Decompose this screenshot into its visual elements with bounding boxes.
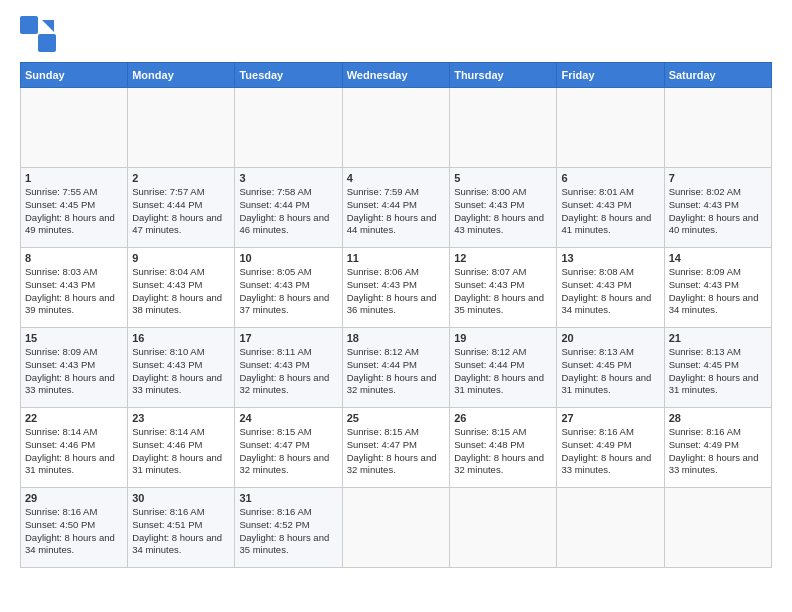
day-number: 10 [239, 252, 337, 264]
day-number: 16 [132, 332, 230, 344]
calendar-day-5: 5Sunrise: 8:00 AMSunset: 4:43 PMDaylight… [450, 168, 557, 248]
calendar-day-10: 10Sunrise: 8:05 AMSunset: 4:43 PMDayligh… [235, 248, 342, 328]
calendar-header-sunday: Sunday [21, 63, 128, 88]
calendar-day-8: 8Sunrise: 8:03 AMSunset: 4:43 PMDaylight… [21, 248, 128, 328]
day-info: Sunrise: 8:14 AMSunset: 4:46 PMDaylight:… [25, 426, 123, 477]
day-number: 23 [132, 412, 230, 424]
calendar-day-25: 25Sunrise: 8:15 AMSunset: 4:47 PMDayligh… [342, 408, 449, 488]
day-info: Sunrise: 8:02 AMSunset: 4:43 PMDaylight:… [669, 186, 767, 237]
day-number: 28 [669, 412, 767, 424]
day-number: 18 [347, 332, 445, 344]
logo-icon [20, 16, 56, 52]
day-info: Sunrise: 8:15 AMSunset: 4:48 PMDaylight:… [454, 426, 552, 477]
calendar-header-wednesday: Wednesday [342, 63, 449, 88]
calendar-empty-cell [557, 488, 664, 568]
day-number: 2 [132, 172, 230, 184]
calendar-day-28: 28Sunrise: 8:16 AMSunset: 4:49 PMDayligh… [664, 408, 771, 488]
calendar-header-monday: Monday [128, 63, 235, 88]
calendar-week-4: 15Sunrise: 8:09 AMSunset: 4:43 PMDayligh… [21, 328, 772, 408]
calendar-day-21: 21Sunrise: 8:13 AMSunset: 4:45 PMDayligh… [664, 328, 771, 408]
day-number: 19 [454, 332, 552, 344]
calendar-day-11: 11Sunrise: 8:06 AMSunset: 4:43 PMDayligh… [342, 248, 449, 328]
day-number: 22 [25, 412, 123, 424]
day-number: 27 [561, 412, 659, 424]
calendar-empty-cell [557, 88, 664, 168]
day-number: 5 [454, 172, 552, 184]
calendar-week-5: 22Sunrise: 8:14 AMSunset: 4:46 PMDayligh… [21, 408, 772, 488]
calendar-day-14: 14Sunrise: 8:09 AMSunset: 4:43 PMDayligh… [664, 248, 771, 328]
calendar-day-26: 26Sunrise: 8:15 AMSunset: 4:48 PMDayligh… [450, 408, 557, 488]
calendar-day-3: 3Sunrise: 7:58 AMSunset: 4:44 PMDaylight… [235, 168, 342, 248]
svg-rect-0 [20, 16, 38, 34]
calendar-day-12: 12Sunrise: 8:07 AMSunset: 4:43 PMDayligh… [450, 248, 557, 328]
day-number: 24 [239, 412, 337, 424]
day-number: 26 [454, 412, 552, 424]
calendar-header-thursday: Thursday [450, 63, 557, 88]
day-number: 8 [25, 252, 123, 264]
day-info: Sunrise: 8:04 AMSunset: 4:43 PMDaylight:… [132, 266, 230, 317]
day-info: Sunrise: 8:11 AMSunset: 4:43 PMDaylight:… [239, 346, 337, 397]
logo [20, 16, 58, 52]
calendar-day-29: 29Sunrise: 8:16 AMSunset: 4:50 PMDayligh… [21, 488, 128, 568]
day-number: 12 [454, 252, 552, 264]
calendar-day-19: 19Sunrise: 8:12 AMSunset: 4:44 PMDayligh… [450, 328, 557, 408]
calendar-day-15: 15Sunrise: 8:09 AMSunset: 4:43 PMDayligh… [21, 328, 128, 408]
calendar-empty-cell [664, 88, 771, 168]
day-info: Sunrise: 8:06 AMSunset: 4:43 PMDaylight:… [347, 266, 445, 317]
calendar-day-6: 6Sunrise: 8:01 AMSunset: 4:43 PMDaylight… [557, 168, 664, 248]
calendar-day-31: 31Sunrise: 8:16 AMSunset: 4:52 PMDayligh… [235, 488, 342, 568]
page: SundayMondayTuesdayWednesdayThursdayFrid… [0, 0, 792, 612]
svg-rect-3 [38, 34, 56, 52]
day-info: Sunrise: 8:07 AMSunset: 4:43 PMDaylight:… [454, 266, 552, 317]
svg-rect-2 [20, 34, 38, 52]
calendar-empty-cell [21, 88, 128, 168]
day-info: Sunrise: 8:05 AMSunset: 4:43 PMDaylight:… [239, 266, 337, 317]
calendar-header-row: SundayMondayTuesdayWednesdayThursdayFrid… [21, 63, 772, 88]
day-info: Sunrise: 7:58 AMSunset: 4:44 PMDaylight:… [239, 186, 337, 237]
day-number: 9 [132, 252, 230, 264]
day-info: Sunrise: 8:15 AMSunset: 4:47 PMDaylight:… [347, 426, 445, 477]
day-info: Sunrise: 8:16 AMSunset: 4:49 PMDaylight:… [669, 426, 767, 477]
calendar-header-friday: Friday [557, 63, 664, 88]
calendar-week-2: 1Sunrise: 7:55 AMSunset: 4:45 PMDaylight… [21, 168, 772, 248]
calendar-day-7: 7Sunrise: 8:02 AMSunset: 4:43 PMDaylight… [664, 168, 771, 248]
day-number: 29 [25, 492, 123, 504]
calendar-header-tuesday: Tuesday [235, 63, 342, 88]
day-info: Sunrise: 8:16 AMSunset: 4:51 PMDaylight:… [132, 506, 230, 557]
calendar-empty-cell [342, 488, 449, 568]
day-info: Sunrise: 8:16 AMSunset: 4:52 PMDaylight:… [239, 506, 337, 557]
day-number: 6 [561, 172, 659, 184]
day-number: 31 [239, 492, 337, 504]
day-info: Sunrise: 7:55 AMSunset: 4:45 PMDaylight:… [25, 186, 123, 237]
calendar-week-6: 29Sunrise: 8:16 AMSunset: 4:50 PMDayligh… [21, 488, 772, 568]
calendar-day-22: 22Sunrise: 8:14 AMSunset: 4:46 PMDayligh… [21, 408, 128, 488]
day-number: 20 [561, 332, 659, 344]
day-info: Sunrise: 8:12 AMSunset: 4:44 PMDaylight:… [454, 346, 552, 397]
day-info: Sunrise: 8:10 AMSunset: 4:43 PMDaylight:… [132, 346, 230, 397]
calendar-week-3: 8Sunrise: 8:03 AMSunset: 4:43 PMDaylight… [21, 248, 772, 328]
day-info: Sunrise: 8:09 AMSunset: 4:43 PMDaylight:… [25, 346, 123, 397]
calendar-day-24: 24Sunrise: 8:15 AMSunset: 4:47 PMDayligh… [235, 408, 342, 488]
header [20, 16, 772, 52]
day-info: Sunrise: 8:16 AMSunset: 4:49 PMDaylight:… [561, 426, 659, 477]
day-number: 7 [669, 172, 767, 184]
day-info: Sunrise: 8:13 AMSunset: 4:45 PMDaylight:… [561, 346, 659, 397]
calendar-empty-cell [450, 88, 557, 168]
day-info: Sunrise: 8:00 AMSunset: 4:43 PMDaylight:… [454, 186, 552, 237]
day-number: 1 [25, 172, 123, 184]
calendar-day-27: 27Sunrise: 8:16 AMSunset: 4:49 PMDayligh… [557, 408, 664, 488]
calendar-day-2: 2Sunrise: 7:57 AMSunset: 4:44 PMDaylight… [128, 168, 235, 248]
day-info: Sunrise: 8:03 AMSunset: 4:43 PMDaylight:… [25, 266, 123, 317]
day-info: Sunrise: 8:08 AMSunset: 4:43 PMDaylight:… [561, 266, 659, 317]
calendar-header-saturday: Saturday [664, 63, 771, 88]
calendar-week-1 [21, 88, 772, 168]
calendar-day-1: 1Sunrise: 7:55 AMSunset: 4:45 PMDaylight… [21, 168, 128, 248]
calendar-day-23: 23Sunrise: 8:14 AMSunset: 4:46 PMDayligh… [128, 408, 235, 488]
day-number: 25 [347, 412, 445, 424]
day-number: 30 [132, 492, 230, 504]
day-info: Sunrise: 8:01 AMSunset: 4:43 PMDaylight:… [561, 186, 659, 237]
day-number: 13 [561, 252, 659, 264]
calendar-day-18: 18Sunrise: 8:12 AMSunset: 4:44 PMDayligh… [342, 328, 449, 408]
calendar-day-4: 4Sunrise: 7:59 AMSunset: 4:44 PMDaylight… [342, 168, 449, 248]
day-number: 17 [239, 332, 337, 344]
